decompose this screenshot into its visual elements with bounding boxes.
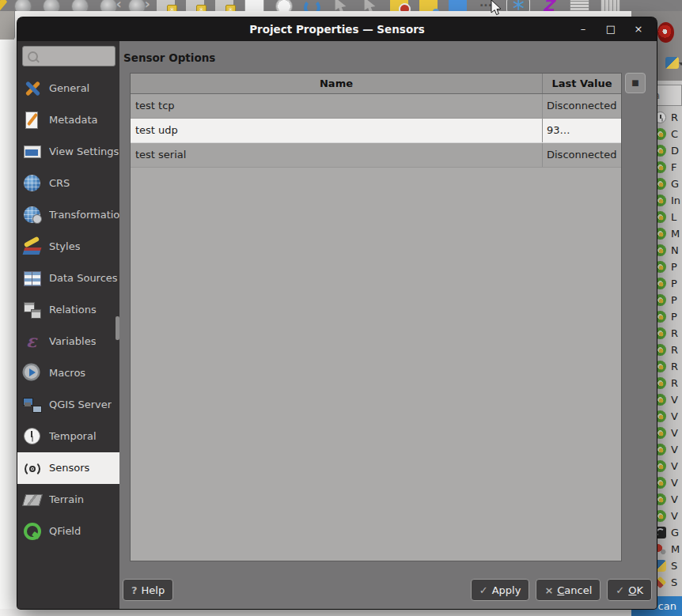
zoom-out-icon[interactable] [71, 0, 89, 11]
sidebar-item[interactable]: Sensors [17, 452, 119, 484]
x-icon: × [544, 584, 553, 596]
panel-item-label: G [671, 527, 679, 539]
ok-button[interactable]: ✓ OK [607, 579, 652, 601]
sidebar-item[interactable]: Relations [17, 294, 119, 326]
check-icon: ✓ [616, 584, 624, 596]
attribute-table-icon[interactable] [570, 0, 589, 11]
sensors-table: Name Last Value test tcp Disconnected te… [130, 73, 622, 561]
dialog-title: Project Properties — Sensors [17, 23, 657, 36]
sidebar-item-label: Transformations [49, 208, 119, 222]
apply-button[interactable]: ✓ Apply [471, 579, 530, 601]
maximize-button[interactable]: □ [601, 21, 621, 38]
sidebar-search-input[interactable] [22, 46, 116, 66]
window-controls: – □ × [573, 21, 657, 38]
cancel-button[interactable]: × Cancel [536, 579, 601, 601]
measure-icon[interactable] [601, 0, 620, 11]
new-map-view-icon[interactable] [157, 0, 175, 11]
panel-item-label: V [671, 444, 678, 455]
sidebar-item-label: General [49, 81, 89, 96]
panel-item-label: R [671, 377, 678, 389]
python-console-icon[interactable] [665, 57, 679, 69]
general-icon [22, 79, 43, 98]
ok-label: OK [628, 584, 643, 596]
processing-toolbox-icon[interactable] [507, 0, 529, 11]
panel-item-label: L [671, 211, 676, 223]
sidebar-item-label: CRS [49, 176, 70, 191]
table-row[interactable]: test udp 93… [131, 119, 621, 143]
panel-item-label: R [671, 111, 678, 123]
sidebar-item[interactable]: General [17, 73, 119, 104]
crs-icon [22, 174, 43, 193]
sensor-last-value-cell[interactable]: Disconnected [542, 143, 621, 167]
label-icon[interactable] [419, 0, 438, 11]
identify-icon[interactable] [449, 0, 467, 11]
sidebar-item-label: Macros [49, 366, 85, 380]
sidebar-item[interactable]: Styles [17, 231, 119, 263]
minimize-button[interactable]: – [573, 21, 593, 38]
left-dock-panel [0, 40, 16, 616]
help-button[interactable]: ? Help [123, 579, 173, 601]
zoom-last-icon[interactable] [100, 0, 117, 11]
panel-item-label: S [671, 560, 677, 572]
close-button[interactable]: × [628, 21, 649, 38]
sidebar-item[interactable]: QField [17, 516, 119, 547]
table-row[interactable]: test serial Disconnected [131, 143, 621, 168]
check-icon: ✓ [479, 584, 488, 596]
help-label: Help [142, 584, 165, 596]
sensor-last-value-cell[interactable]: Disconnected [542, 94, 621, 118]
table-row[interactable]: test tcp Disconnected [131, 94, 621, 119]
sidebar-item-label: Relations [49, 303, 97, 317]
project-properties-dialog: Project Properties — Sensors – □ × Gener… [17, 17, 657, 609]
select-icon[interactable] [332, 0, 350, 11]
column-header-last-value[interactable]: Last Value [542, 74, 621, 93]
left-dock-tab [0, 11, 15, 41]
sidebar-item[interactable]: QGIS Server [17, 389, 119, 421]
deselect-icon[interactable] [361, 0, 379, 11]
dialog-titlebar[interactable]: Project Properties — Sensors – □ × [17, 17, 657, 41]
styles-icon [22, 237, 43, 256]
draw-icon[interactable] [0, 0, 7, 11]
sidebar-item[interactable]: Variables [17, 326, 119, 357]
temporal-controller-icon[interactable] [275, 0, 293, 11]
terrain-icon [22, 490, 43, 509]
mouse-cursor [491, 0, 503, 17]
toggle-editing-icon[interactable] [390, 0, 408, 11]
sidebar-item[interactable]: CRS [17, 168, 119, 199]
sidebar-item[interactable]: Data Sources [17, 263, 119, 294]
sensor-last-value-cell[interactable]: 93… [542, 119, 621, 142]
apply-label: Apply [492, 584, 521, 596]
new-layout-icon[interactable] [215, 0, 233, 11]
zoom-next-icon[interactable] [128, 0, 146, 11]
panel-item-label: V [671, 477, 678, 489]
data-sources-icon [22, 269, 43, 288]
panel-item-label: V [671, 510, 678, 522]
column-header-name[interactable]: Name [131, 74, 542, 93]
sensor-name-cell[interactable]: test serial [131, 143, 542, 167]
view-settings-icon [22, 142, 43, 161]
zoom-in-icon[interactable] [43, 0, 60, 11]
sensor-name-cell[interactable]: test tcp [131, 94, 542, 118]
azimuth-icon[interactable] [540, 0, 559, 11]
sidebar-item[interactable]: Macros [17, 357, 119, 389]
sidebar-item-label: Metadata [49, 113, 98, 127]
status-area [0, 609, 682, 616]
refresh-icon[interactable] [304, 0, 320, 11]
sidebar-item-label: Data Sources [49, 271, 118, 285]
sidebar-item[interactable]: Transformations [17, 199, 119, 231]
zoom-full-icon[interactable] [14, 0, 32, 11]
panel-item-label: P [671, 311, 677, 323]
sidebar-item[interactable]: Metadata [17, 104, 119, 136]
sidebar-item-label: Sensors [49, 461, 89, 475]
sidebar-item[interactable]: Terrain [17, 484, 119, 516]
sensor-name-cell[interactable]: test udp [131, 119, 542, 142]
layout-manager-icon[interactable] [244, 0, 264, 11]
table-menu-button[interactable]: ■ [625, 73, 646, 93]
panel-item-label: V [671, 460, 678, 472]
dialog-footer: ? Help ✓ Apply × Cancel ✓ OK [123, 579, 652, 601]
new-3d-map-icon[interactable] [186, 0, 204, 11]
metadata-icon [22, 111, 43, 130]
panel-item-label: P [671, 294, 677, 306]
sidebar-item[interactable]: Temporal [17, 421, 119, 452]
sidebar-item[interactable]: View Settings [17, 136, 119, 168]
sidebar-item-label: QField [49, 524, 81, 539]
